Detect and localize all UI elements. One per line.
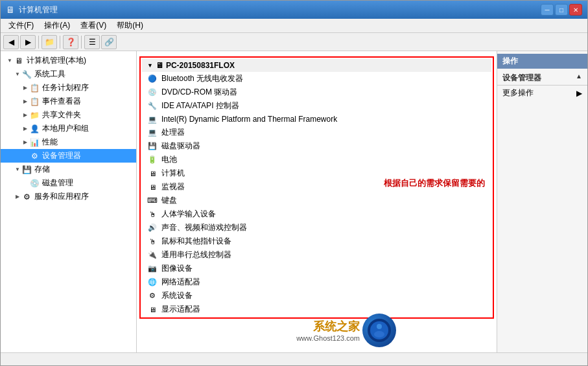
maximize-button[interactable]: □: [555, 4, 568, 16]
dvd-label: DVD/CD-ROM 驱动器: [161, 87, 237, 98]
device-battery[interactable]: 🔋 电池: [142, 153, 491, 166]
tree-performance[interactable]: ▶ 📊 性能: [1, 135, 136, 149]
tree-device-manager[interactable]: ⚙ 设备管理器: [1, 149, 136, 163]
section-expand-icon: ▲: [576, 73, 582, 80]
system-dev-icon: ⚙: [147, 291, 158, 301]
ide-label: IDE ATA/ATAPI 控制器: [161, 100, 239, 111]
usb-label: 通用串行总线控制器: [161, 249, 231, 260]
device-network[interactable]: 🌐 网络适配器: [142, 275, 491, 289]
menu-view[interactable]: 查看(V): [75, 19, 112, 32]
users-arrow: ▶: [21, 126, 29, 132]
tree-system-tools[interactable]: ▼ 🔧 系统工具: [1, 67, 136, 81]
action-section-devmgr: 设备管理器 ▲: [497, 70, 587, 86]
root-arrow: ▼: [6, 58, 14, 63]
hid-icon: 🖱: [147, 209, 158, 220]
tree-root[interactable]: ▼ 🖥 计算机管理(本地): [1, 54, 136, 67]
list-button[interactable]: ☰: [84, 35, 100, 49]
device-disk[interactable]: 💾 磁盘驱动器: [142, 139, 491, 153]
display-icon: 🖥: [147, 304, 158, 315]
svg-point-3: [374, 331, 384, 337]
computer-dev-label: 计算机: [161, 168, 185, 179]
svc-arrow: ▶: [14, 194, 21, 200]
tree-task-scheduler[interactable]: ▶ 📋 任务计划程序: [1, 81, 136, 95]
event-arrow: ▶: [21, 98, 29, 104]
menu-action[interactable]: 操作(A): [39, 19, 75, 32]
root-label: 计算机管理(本地): [27, 55, 86, 66]
toolbar: ◀ ▶ 📁 ❓ ☰ 🔗: [1, 33, 587, 51]
back-button[interactable]: ◀: [3, 35, 19, 49]
monitor-label: 监视器: [161, 181, 185, 192]
up-button[interactable]: 📁: [41, 35, 57, 49]
display-label: 显示适配器: [161, 304, 200, 315]
tree-storage[interactable]: ▼ 💾 存储: [1, 163, 136, 176]
right-panel: 操作 设备管理器 ▲ 更多操作 ▶: [497, 51, 587, 352]
svg-point-2: [377, 324, 382, 329]
storage-arrow: ▼: [14, 166, 21, 172]
toolbar-separator-3: [81, 36, 82, 49]
tree-shared-folders[interactable]: ▶ 📁 共享文件夹: [1, 108, 136, 122]
device-keyboard[interactable]: ⌨ 键盘: [142, 194, 491, 207]
left-panel: ▼ 🖥 计算机管理(本地) ▼ 🔧 系统工具 ▶ 📋 任务计划程序 ▶ 📋 事件…: [1, 51, 137, 352]
device-audio[interactable]: 🔊 声音、视频和游戏控制器: [142, 221, 491, 234]
disk-drive-label: 磁盘驱动器: [161, 141, 200, 152]
title-controls: ─ □ ✕: [541, 4, 582, 16]
ide-icon: 🔧: [147, 101, 158, 111]
actions-title: 操作: [497, 54, 587, 69]
menu-bar: 文件(F) 操作(A) 查看(V) 帮助(H): [1, 19, 587, 33]
imaging-icon: 📷: [147, 264, 158, 274]
disk-label: 磁盘管理: [42, 177, 73, 189]
battery-label: 电池: [161, 154, 177, 165]
main-window: 🖥 计算机管理 ─ □ ✕ 文件(F) 操作(A) 查看(V) 帮助(H) ◀ …: [0, 0, 588, 366]
menu-file[interactable]: 文件(F): [3, 19, 39, 32]
device-mouse[interactable]: 🖱 鼠标和其他指针设备: [142, 234, 491, 248]
help-button[interactable]: ❓: [63, 35, 78, 49]
annotation-text: 根据自己的需求保留需要的: [384, 177, 485, 189]
computer-header[interactable]: ▼ 🖥 PC-20150831FLOX: [142, 59, 491, 72]
monitor-icon: 🖥: [147, 182, 158, 192]
title-bar: 🖥 计算机管理 ─ □ ✕: [1, 1, 587, 19]
minimize-button[interactable]: ─: [541, 4, 554, 16]
users-icon: 👤: [29, 124, 40, 134]
svc-label: 服务和应用程序: [34, 191, 89, 202]
middle-panel: ▼ 🖥 PC-20150831FLOX 🔵 Bluetooth 无线电收发器 💿…: [137, 51, 497, 352]
action-section-label: 设备管理器: [502, 73, 541, 82]
mouse-label: 鼠标和其他指针设备: [161, 236, 231, 247]
main-area: ▼ 🖥 计算机管理(本地) ▼ 🔧 系统工具 ▶ 📋 任务计划程序 ▶ 📋 事件…: [1, 51, 587, 352]
computer-icon: 🖥: [156, 61, 163, 70]
hid-label: 人体学输入设备: [161, 209, 216, 220]
device-processor[interactable]: 💻 处理器: [142, 126, 491, 139]
disk-drive-icon: 💾: [147, 141, 158, 152]
link-button[interactable]: 🔗: [101, 35, 117, 49]
users-label: 本地用户和组: [42, 123, 89, 134]
forward-button[interactable]: ▶: [20, 35, 36, 49]
watermark-container: 系统之家 www.Ghost123.com: [296, 314, 396, 347]
storage-label: 存储: [34, 164, 50, 175]
tree-services[interactable]: ▶ ⚙ 服务和应用程序: [1, 190, 136, 203]
event-label: 事件查看器: [42, 96, 81, 107]
device-bluetooth[interactable]: 🔵 Bluetooth 无线电收发器: [142, 72, 491, 86]
device-intel[interactable]: 💻 Intel(R) Dynamic Platform and Thermal …: [142, 113, 491, 126]
intel-icon: 💻: [147, 114, 158, 124]
root-icon: 🖥: [14, 56, 24, 66]
device-dvd[interactable]: 💿 DVD/CD-ROM 驱动器: [142, 86, 491, 99]
close-button[interactable]: ✕: [569, 4, 582, 16]
device-hid[interactable]: 🖱 人体学输入设备: [142, 207, 491, 221]
tree-local-users[interactable]: ▶ 👤 本地用户和组: [1, 122, 136, 135]
menu-help[interactable]: 帮助(H): [112, 19, 148, 32]
processor-icon: 💻: [147, 128, 158, 138]
more-actions-item[interactable]: 更多操作 ▶: [497, 86, 587, 100]
mouse-icon: 🖱: [147, 236, 158, 247]
storage-icon: 💾: [21, 165, 32, 175]
tree-disk-management[interactable]: 💿 磁盘管理: [1, 176, 136, 190]
perf-label: 性能: [42, 137, 58, 148]
tree-event-viewer[interactable]: ▶ 📋 事件查看器: [1, 95, 136, 108]
window-icon: 🖥: [6, 5, 15, 15]
device-imaging[interactable]: 📷 图像设备: [142, 262, 491, 275]
device-system[interactable]: ⚙ 系统设备: [142, 289, 491, 303]
shared-icon: 📁: [29, 110, 40, 120]
device-usb[interactable]: 🔌 通用串行总线控制器: [142, 248, 491, 262]
device-ide[interactable]: 🔧 IDE ATA/ATAPI 控制器: [142, 99, 491, 113]
audio-label: 声音、视频和游戏控制器: [161, 222, 247, 233]
perf-icon: 📊: [29, 137, 40, 148]
dvd-icon: 💿: [147, 87, 158, 98]
